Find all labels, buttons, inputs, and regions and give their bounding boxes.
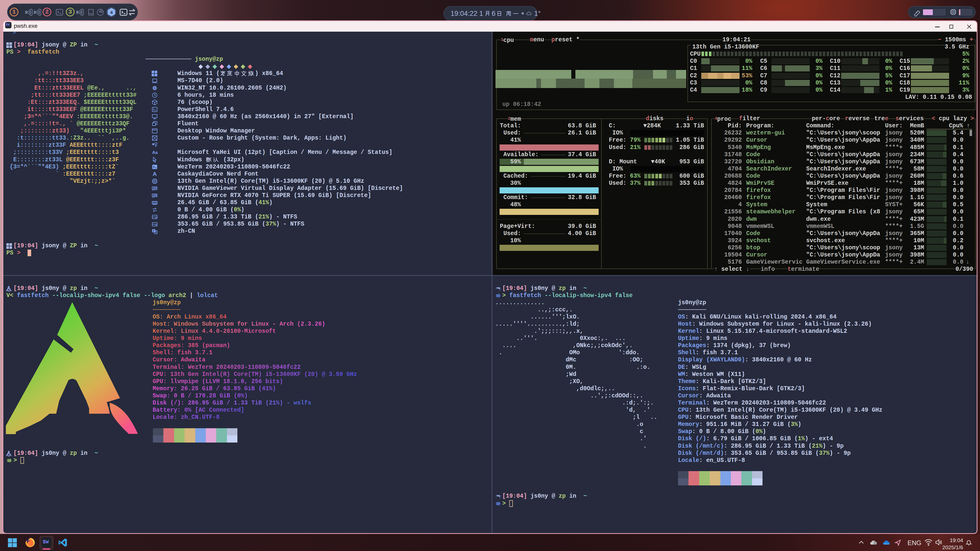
svg-text:A: A xyxy=(153,171,157,177)
svg-text:Aa: Aa xyxy=(152,150,158,155)
